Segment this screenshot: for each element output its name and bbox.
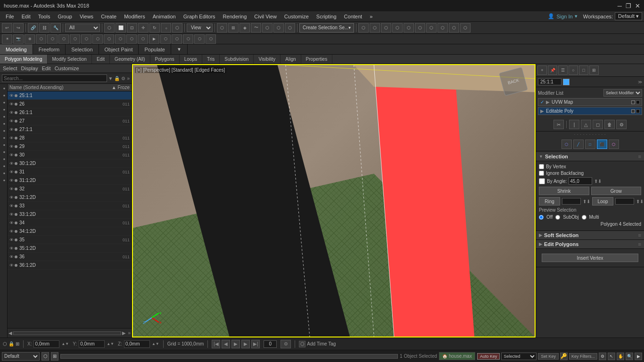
space-warps-button[interactable]: ⬡ — [36, 34, 46, 44]
rp-circle-btn[interactable]: ○ — [569, 66, 578, 75]
scene-item-32-1-2d[interactable]: 👁 32:1:2D — [8, 193, 132, 202]
search-filter-icon[interactable]: ▼ — [108, 76, 113, 81]
settings-icon[interactable]: ⚙ — [599, 353, 606, 360]
layers-icon[interactable]: ⬡ — [41, 352, 49, 361]
scene-item-26[interactable]: 👁 26 011 — [8, 100, 132, 108]
select-scale-button[interactable]: ⬡ — [172, 23, 182, 33]
scene-item-25-1-1[interactable]: 👁 25:1:1 — [8, 91, 132, 100]
selected-dropdown[interactable]: Selected — [501, 353, 537, 360]
menu-group[interactable]: Group — [54, 13, 76, 20]
hand-icon[interactable]: ✋ — [617, 353, 624, 360]
lp-customize[interactable]: Customize — [55, 66, 79, 71]
scroll-right-icon[interactable]: ▶ — [122, 330, 126, 336]
particle-button[interactable]: ⬡ — [138, 34, 148, 44]
element-level-btn[interactable]: ⬡ — [609, 140, 619, 149]
tab-modeling[interactable]: Modeling — [0, 44, 33, 54]
material-editor-button[interactable]: ⬡ — [273, 23, 284, 33]
nav-icon[interactable]: ▶ — [635, 353, 642, 360]
ratio-input[interactable] — [538, 78, 561, 85]
preview-multi-radio[interactable] — [582, 215, 586, 220]
next-frame-btn[interactable]: ▶ — [241, 340, 250, 348]
scene-item-34-1-2d[interactable]: 👁 34:1:2D — [8, 227, 132, 236]
scene-item-36-1-2d[interactable]: 👁 36:1:2D — [8, 261, 132, 270]
tb-btn-3[interactable]: ⬡ — [392, 23, 403, 33]
named-sel-sets[interactable]: ⬡ — [358, 23, 369, 33]
z-input[interactable] — [124, 340, 150, 348]
rp-pin-btn[interactable]: 📌 — [548, 66, 557, 75]
stab-loops[interactable]: Loops — [180, 55, 202, 64]
time-options-btn[interactable]: ⚙ — [281, 340, 291, 348]
scene-item-27-1-1[interactable]: 👁 27:1:1 — [8, 125, 132, 134]
menu-create[interactable]: Create — [97, 13, 120, 20]
edge-level-btn[interactable]: ╱ — [573, 140, 584, 149]
vertex-level-btn[interactable]: ⬡ — [561, 140, 572, 149]
li-icon-2[interactable]: ● — [1, 92, 8, 99]
x-spinner[interactable]: ▲▼ — [61, 342, 69, 346]
tb-btn-9[interactable]: ⬡ — [460, 23, 471, 33]
scene-item-35[interactable]: 👁 35 011 — [8, 236, 132, 244]
property-button[interactable]: ⬡ — [92, 34, 103, 44]
li-icon-1[interactable]: ● — [1, 85, 8, 91]
rotate-button[interactable]: ↻ — [149, 23, 160, 33]
li-icon-13[interactable]: ● — [1, 170, 8, 176]
time-tag-icon[interactable]: ⬡ — [299, 341, 305, 347]
menu-modifiers[interactable]: Modifiers — [120, 13, 149, 20]
tab-more[interactable]: ▼ — [171, 44, 188, 54]
freeze-button[interactable]: ⬡ — [58, 34, 69, 44]
grow-button[interactable]: Grow — [591, 187, 642, 195]
li-icon-11[interactable]: ● — [1, 156, 8, 162]
key-filters-button[interactable]: Key Filters... — [569, 353, 597, 360]
insert-vertex-button[interactable]: Insert Vertex — [542, 254, 638, 262]
y-input[interactable] — [79, 340, 105, 348]
ignore-backfacing-checkbox[interactable] — [539, 171, 544, 176]
li-icon-10[interactable]: ● — [1, 148, 8, 155]
scene-item-31-1-2d[interactable]: 👁 31:1:2D — [8, 176, 132, 185]
scene-item-28[interactable]: 👁 28 011 — [8, 134, 132, 142]
minimize-button[interactable]: ─ — [618, 2, 622, 9]
tab-populate[interactable]: Populate — [139, 44, 171, 54]
scene-item-35-1-2d[interactable]: 👁 35:1:2D — [8, 244, 132, 253]
render-setup-button[interactable]: ⬡ — [285, 23, 295, 33]
bind-button[interactable]: 🔧 — [50, 23, 61, 33]
redo-button[interactable]: ↪ — [13, 23, 24, 33]
menu-animation[interactable]: Animation — [149, 13, 180, 20]
link-button[interactable]: 🔗 — [28, 23, 38, 33]
menu-file[interactable]: File — [2, 13, 18, 20]
subobj-rotate-btn[interactable]: △ — [581, 120, 591, 129]
scene-item-32[interactable]: 👁 32 011 — [8, 185, 132, 193]
li-icon-6[interactable]: ● — [1, 120, 8, 127]
close-button[interactable]: ✕ — [635, 2, 640, 9]
lp-display[interactable]: Display — [21, 66, 38, 71]
li-icon-9[interactable]: ● — [1, 141, 8, 148]
tb-btn-7[interactable]: ⬡ — [438, 23, 448, 33]
scene-item-27[interactable]: 👁 27 011 — [8, 117, 132, 125]
tb-btn-5[interactable]: ⬡ — [415, 23, 425, 33]
menu-tools[interactable]: Tools — [34, 13, 54, 20]
preview-off-radio[interactable] — [539, 215, 544, 220]
xref-button[interactable]: ⬡ — [70, 34, 80, 44]
menu-more[interactable]: » — [366, 13, 376, 20]
stab-subdivision[interactable]: Subdivision — [220, 55, 254, 64]
ring-input[interactable] — [562, 198, 581, 205]
scene-item-30[interactable]: 👁 30 011 — [8, 151, 132, 159]
select-lasso-button[interactable]: ⊡ — [127, 23, 137, 33]
scene-item-26-1-1[interactable]: 👁 26:1:1 — [8, 108, 132, 117]
undo-button[interactable]: ↩ — [2, 23, 12, 33]
by-vertex-checkbox[interactable] — [539, 164, 544, 169]
unlink-button[interactable]: ⛓ — [39, 23, 50, 33]
schematic-button[interactable]: ⬡ — [262, 23, 272, 33]
loop-button[interactable]: Loop — [592, 197, 613, 206]
tab-freeform[interactable]: Freeform — [33, 44, 66, 54]
selection-section-header[interactable]: ▼ Selection ≡ — [536, 152, 644, 161]
rp-options-btn[interactable]: ⊞ — [589, 66, 599, 75]
auto-key-button[interactable]: Auto Key — [477, 353, 500, 360]
layer-options-icon[interactable]: ⊞ — [51, 352, 58, 361]
hair-button[interactable]: ⬡ — [172, 34, 182, 44]
modifier-list-dropdown[interactable]: Select Modifier — [603, 89, 642, 97]
motion-button[interactable]: ▶ — [149, 34, 159, 44]
lights-button[interactable]: ☀ — [2, 34, 12, 44]
frame-number-input[interactable] — [264, 340, 277, 348]
tb-btn-4[interactable]: ⬡ — [404, 23, 414, 33]
menu-civil-view[interactable]: Civil View — [250, 13, 280, 20]
add-time-tag-label[interactable]: Add Time Tag — [307, 341, 336, 346]
